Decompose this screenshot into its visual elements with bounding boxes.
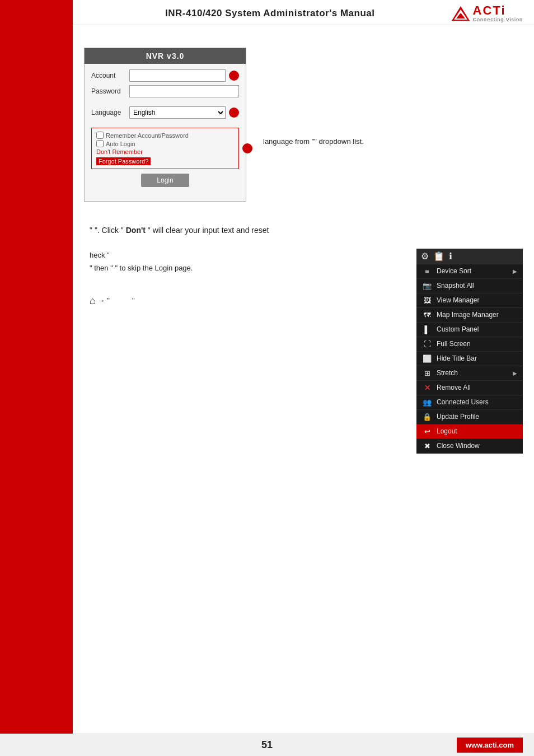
acti-logo-icon — [451, 5, 471, 22]
main-content: NVR v3.0 Account Password Language — [73, 25, 534, 459]
options-section-wrapper: Remember Account/Password Auto Login Don… — [91, 128, 239, 169]
language-note-text: language from "" dropdown list. — [263, 137, 364, 146]
gear-icon[interactable]: ⚙ — [421, 251, 429, 262]
home-icon: ⌂ — [90, 295, 96, 306]
hide-title-bar-label: Hide Title Bar — [437, 354, 517, 362]
arrow-quote-close: " — [132, 296, 135, 304]
account-input[interactable] — [129, 69, 226, 82]
quote-open: " — [90, 226, 92, 235]
menu-item-map-image-manager[interactable]: 🗺 Map Image Manager — [416, 308, 523, 323]
acti-logo-text: ACTi Connecting Vision — [473, 4, 523, 22]
device-sort-icon: ≡ — [422, 267, 432, 276]
menu-item-full-screen[interactable]: ⛶ Full Screen — [416, 337, 523, 352]
full-screen-icon: ⛶ — [422, 340, 432, 348]
info-icon[interactable]: ℹ — [449, 251, 452, 262]
clipboard-icon[interactable]: 📋 — [433, 251, 444, 262]
device-sort-arrow: ▶ — [513, 268, 517, 274]
language-dot — [229, 108, 239, 118]
check-text: heck " — [90, 251, 110, 259]
auto-login-checkbox[interactable] — [96, 140, 104, 147]
menu-item-update-profile[interactable]: 🔒 Update Profile — [416, 410, 523, 424]
bottom-left-text: heck " " then " " to skip the Login page… — [84, 249, 405, 310]
arrow-line: ⌂ → " " — [90, 292, 400, 310]
language-select[interactable]: English — [129, 106, 226, 119]
menu-item-close-window[interactable]: ✖ Close Window — [416, 439, 523, 454]
snapshot-all-label: Snapshot All — [437, 282, 517, 290]
arrow-quote-open: " — [107, 296, 110, 304]
dont-text: Don't — [126, 226, 146, 235]
menu-item-hide-title-bar[interactable]: ⬜ Hide Title Bar — [416, 352, 523, 366]
menu-item-device-sort[interactable]: ≡ Device Sort ▶ — [416, 264, 523, 279]
login-button[interactable]: Login — [141, 174, 189, 187]
nvr-body: Account Password Language English — [85, 64, 246, 193]
connected-users-label: Connected Users — [437, 398, 517, 406]
update-profile-label: Update Profile — [437, 413, 517, 421]
auto-login-label: Auto Login — [106, 141, 135, 147]
acti-logo: ACTi Connecting Vision — [451, 4, 523, 22]
view-manager-icon: 🖼 — [422, 296, 432, 305]
remember-checkbox[interactable] — [96, 132, 104, 139]
language-note: language from "" dropdown list. — [263, 104, 364, 146]
options-dot — [242, 143, 252, 153]
menu-item-stretch[interactable]: ⊞ Stretch ▶ — [416, 366, 523, 381]
page-header: INR-410/420 System Administrator's Manua… — [0, 0, 534, 25]
connected-users-icon: 👥 — [422, 398, 432, 407]
arrow-spacer — [114, 296, 130, 304]
close-window-icon: ✖ — [422, 442, 432, 450]
auto-login-row: Auto Login — [96, 140, 234, 147]
text-section-1: " ". Click " Don't " will clear your inp… — [84, 224, 523, 237]
device-sort-label: Device Sort — [437, 267, 508, 275]
logout-label: Logout — [437, 427, 517, 435]
page-footer: 51 www.acti.com — [0, 734, 534, 756]
close-window-label: Close Window — [437, 442, 517, 450]
arrow-symbol: → — [98, 296, 105, 304]
account-dot — [229, 71, 239, 81]
page-number: 51 — [261, 739, 273, 751]
quote-close-text: ". Click " — [95, 226, 124, 235]
then-line: " then " " to skip the Login page. — [90, 262, 400, 274]
menu-item-custom-panel[interactable]: ▌ Custom Panel — [416, 323, 523, 337]
menu-item-connected-users[interactable]: 👥 Connected Users — [416, 395, 523, 410]
password-input[interactable] — [129, 85, 239, 97]
hide-title-bar-icon: ⬜ — [422, 354, 432, 363]
nvr-login-box: NVR v3.0 Account Password Language — [84, 48, 246, 202]
bottom-section: heck " " then " " to skip the Login page… — [84, 249, 523, 454]
then-text: " then " — [90, 264, 113, 272]
menu-item-view-manager[interactable]: 🖼 View Manager — [416, 293, 523, 308]
stretch-label: Stretch — [437, 369, 508, 377]
full-screen-label: Full Screen — [437, 340, 517, 348]
account-label: Account — [91, 72, 129, 80]
nvr-title: NVR v3.0 — [85, 48, 246, 64]
dont-remember-label: Don't Remember — [96, 148, 234, 155]
menu-toolbar: ⚙ 📋 ℹ — [416, 249, 523, 264]
map-image-manager-label: Map Image Manager — [437, 311, 517, 319]
stretch-arrow: ▶ — [513, 370, 517, 376]
password-label: Password — [91, 87, 129, 95]
quote-end-text: " will clear your input text and reset — [148, 226, 269, 235]
page-title: INR-410/420 System Administrator's Manua… — [90, 8, 451, 19]
footer-url: www.acti.com — [457, 738, 523, 753]
custom-panel-icon: ▌ — [422, 325, 432, 334]
password-row: Password — [91, 85, 239, 97]
nvr-section: NVR v3.0 Account Password Language — [84, 48, 523, 202]
logout-icon: ↩ — [422, 427, 432, 436]
language-row: Language English — [91, 106, 239, 119]
menu-item-logout[interactable]: ↩ Logout — [416, 424, 523, 439]
custom-panel-label: Custom Panel — [437, 325, 517, 333]
account-row: Account — [91, 69, 239, 82]
context-menu: ⚙ 📋 ℹ ≡ Device Sort ▶ 📷 Snapshot All 🖼 V… — [416, 249, 523, 454]
check-line: heck " — [90, 249, 400, 262]
update-profile-icon: 🔒 — [422, 413, 432, 421]
menu-item-remove-all[interactable]: ✕ Remove All — [416, 381, 523, 395]
remove-all-label: Remove All — [437, 384, 517, 391]
remember-label: Remember Account/Password — [106, 132, 189, 139]
language-label: Language — [91, 109, 129, 116]
skip-text: " to skip the Login page. — [115, 264, 193, 272]
remember-row: Remember Account/Password — [96, 132, 234, 139]
stretch-icon: ⊞ — [422, 369, 432, 377]
view-manager-label: View Manager — [437, 296, 517, 304]
forgot-password[interactable]: Forgot Password? — [96, 157, 151, 165]
snapshot-all-icon: 📷 — [422, 282, 432, 290]
menu-item-snapshot-all[interactable]: 📷 Snapshot All — [416, 279, 523, 293]
left-sidebar — [0, 0, 73, 734]
